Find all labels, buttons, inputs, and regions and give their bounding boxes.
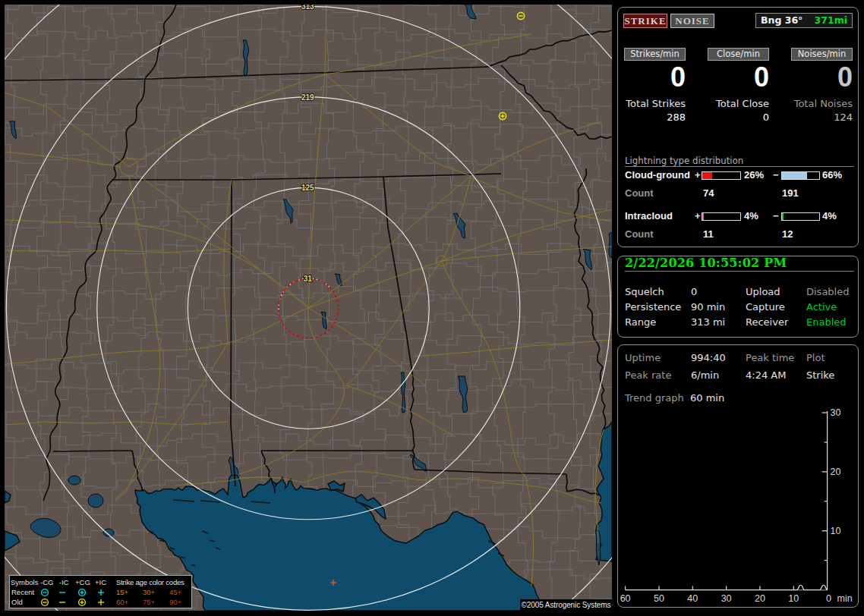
map-canvas: 31125219313: [5, 5, 612, 611]
persistence-label: Persistence: [625, 301, 681, 313]
trend-strike-bump: [821, 585, 827, 589]
legend-age-title: Strike age color codes: [116, 578, 184, 586]
range-ring-label-31: 31: [304, 275, 313, 283]
strike-legend: Symbols -CG -IC +CG +IC Strike age color…: [9, 575, 192, 608]
legend-age-90: 90+: [169, 598, 189, 606]
trend-x-tick-30: 30: [721, 593, 732, 604]
legend-age-45: 45+: [169, 588, 189, 596]
ic-minus-pct: 4%: [822, 210, 837, 222]
range-ring-label-125: 125: [301, 184, 314, 192]
cg-count-label: Count: [625, 187, 654, 199]
datetime-display: 2/22/2026 10:55:02 PM: [625, 256, 787, 270]
strike-button[interactable]: STRIKE: [623, 14, 667, 28]
clock-rule: [625, 271, 854, 272]
noises-per-min-value: 0: [791, 64, 853, 91]
distribution-title: Lightning type distribution: [625, 156, 743, 166]
trend-x-tick-40: 40: [687, 593, 698, 604]
ic-count-label: Count: [625, 228, 654, 240]
trend-y-tick-10: 10: [831, 526, 841, 536]
cg-minus-pct: 66%: [822, 169, 842, 181]
squelch-label: Squelch: [625, 286, 664, 297]
cg-plus-bar: [702, 171, 741, 180]
ic-minus-sign: −: [773, 210, 779, 222]
total-close-value: 0: [708, 112, 769, 123]
close-per-min-button[interactable]: Close/min: [708, 48, 769, 61]
legend-old-label: Old: [11, 598, 23, 606]
legend-age-30: 30+: [143, 588, 162, 596]
cg-minus-bar-fill: [782, 172, 807, 179]
ic-plus-bar-fill: [702, 213, 704, 220]
ic-minus-bar-fill: [782, 213, 784, 220]
nexstorm-window: { "window": { "title": "NexStorm lightni…: [0, 0, 864, 616]
ic-plus-sign: +: [695, 210, 701, 222]
cg-plus-bar-fill: [702, 172, 712, 179]
trend-x-tick-50: 50: [654, 593, 664, 604]
lightning-map[interactable]: 31125219313: [5, 5, 612, 611]
range-ring-label-313: 313: [301, 5, 314, 11]
legend-age-15: 15+: [116, 588, 136, 596]
strikes-per-min-button[interactable]: Strikes/min: [624, 48, 686, 61]
intracloud-label: Intracloud: [625, 210, 673, 222]
cg-plus-pct: 26%: [744, 169, 764, 181]
trend-panel: Uptime 994:40 Peak time Plot Peak rate 6…: [617, 344, 859, 608]
copyright-label: ©2005 Astrogenic Systems: [520, 599, 612, 611]
trend-strike-bump: [797, 585, 803, 589]
legend-col-neg-ic: -IC: [59, 578, 69, 586]
range-label: Range: [625, 316, 656, 328]
legend-age-60: 60+: [116, 598, 136, 606]
ic-minus-bar: [781, 212, 820, 221]
cg-minus-bar: [781, 171, 820, 180]
noises-per-min-button[interactable]: Noises/min: [791, 48, 853, 61]
total-strikes-value: 288: [624, 112, 686, 123]
strike-stats-panel: STRIKE NOISE Bng 36° 371mi Strikes/min C…: [617, 7, 859, 247]
trend-x-tick-0: 0: [826, 593, 831, 604]
total-strikes-label: Total Strikes: [624, 98, 686, 109]
persistence-value: 90 min: [691, 301, 725, 313]
legend-col-pos-ic: +IC: [95, 578, 106, 586]
total-noises-value: 124: [791, 112, 853, 123]
receiver-label: Receiver: [746, 316, 788, 328]
strikes-per-min-value: 0: [624, 64, 686, 91]
cloud-ground-label: Cloud-ground: [625, 169, 690, 181]
trend-x-tick-60: 60: [620, 593, 631, 604]
total-close-label: Total Close: [708, 98, 769, 109]
squelch-value: 0: [691, 286, 697, 297]
upload-label: Upload: [746, 286, 780, 297]
cg-plus-count: 74: [703, 187, 714, 199]
noise-button[interactable]: NOISE: [670, 14, 714, 28]
capture-label: Capture: [746, 301, 785, 313]
trend-graph-chart: 1020306050403020100min: [618, 345, 858, 607]
bearing-label: Bng 36°: [761, 14, 803, 27]
ic-plus-count: 11: [703, 228, 714, 240]
bearing-readout: Bng 36° 371mi: [755, 13, 853, 28]
trend-y-tick-20: 20: [831, 467, 841, 477]
range-ring-label-219: 219: [301, 93, 314, 102]
legend-col-pos-cg: +CG: [75, 578, 90, 586]
legend-recent-label: Recent: [11, 588, 34, 596]
trend-x-tick-20: 20: [755, 593, 765, 604]
trend-x-unit: min: [837, 593, 853, 604]
capture-status: Active: [806, 301, 837, 313]
close-per-min-value: 0: [708, 64, 769, 91]
distribution-rule: [625, 166, 854, 167]
trend-y-tick-30: 30: [831, 407, 841, 418]
range-value: 313 mi: [691, 316, 725, 328]
ic-minus-count: 12: [782, 228, 793, 240]
legend-col-neg-cg: -CG: [40, 578, 53, 586]
total-noises-label: Total Noises: [791, 98, 853, 109]
receiver-status: Enabled: [806, 316, 847, 328]
legend-old-symbols: [36, 597, 112, 608]
bearing-distance: 371mi: [815, 14, 847, 27]
legend-age-75: 75+: [143, 598, 162, 606]
legend-symbols-label: Symbols: [11, 578, 38, 586]
cg-minus-sign: −: [773, 169, 779, 181]
trend-x-tick-10: 10: [788, 593, 799, 604]
clock-settings-panel: 2/22/2026 10:55:02 PM Squelch 0 Upload D…: [617, 256, 859, 338]
trend-axes: [626, 411, 828, 590]
ic-plus-bar: [702, 212, 741, 221]
cg-plus-sign: +: [695, 169, 701, 181]
legend-recent-symbols: [36, 587, 112, 598]
ic-plus-pct: 4%: [744, 210, 758, 222]
cg-minus-count: 191: [782, 187, 799, 199]
upload-status: Disabled: [806, 286, 849, 297]
